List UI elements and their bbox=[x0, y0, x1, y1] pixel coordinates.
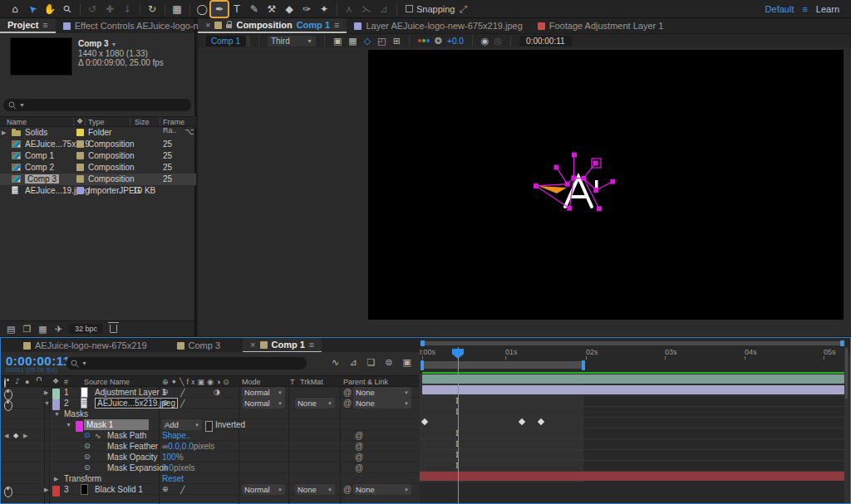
property-pickwhip-icon[interactable]: @ bbox=[355, 452, 363, 462]
property-pickwhip-icon[interactable]: @ bbox=[355, 462, 363, 473]
quality-icon[interactable]: ╱ bbox=[180, 398, 184, 409]
blend-mode-dropdown[interactable]: Normal▼ bbox=[242, 484, 285, 495]
always-preview-icon[interactable]: ▣ bbox=[333, 37, 342, 46]
transparency-grid-icon[interactable]: ▦ bbox=[348, 37, 357, 46]
label-color-chip[interactable] bbox=[76, 152, 84, 159]
stopwatch-icon[interactable]: ⊙ bbox=[84, 430, 91, 441]
take-snapshot-icon[interactable]: ◉ bbox=[481, 37, 489, 46]
property-value[interactable]: 100 % bbox=[162, 452, 184, 462]
bend-pin-tool[interactable]: ⋋ bbox=[358, 2, 375, 17]
layer-duration-bar[interactable] bbox=[422, 385, 844, 394]
label-column-icon[interactable]: ❖ bbox=[52, 378, 59, 385]
close-tab-icon[interactable]: × bbox=[205, 20, 210, 30]
solo-column-icon[interactable]: ● bbox=[25, 378, 29, 386]
snapping-toggle[interactable]: Snapping bbox=[406, 4, 455, 14]
tab-layer-aejuice-logo-new-675x219-jpeg[interactable]: Layer AEJuice-logo-new-675x219.jpeg bbox=[347, 18, 529, 33]
frame-blending-icon[interactable]: ❏ bbox=[366, 358, 375, 367]
label-color-chip[interactable] bbox=[76, 164, 84, 171]
property-pickwhip-icon[interactable]: @ bbox=[355, 441, 363, 452]
timeline-row-adjustment-layer-1[interactable]: ▶1Adjustment Layer 1⊕╱◑Normal▼@None▼ bbox=[1, 387, 419, 398]
orbit-camera-tool[interactable]: ↺ bbox=[84, 2, 101, 17]
work-area-end-handle[interactable] bbox=[582, 360, 585, 370]
collapse-transformations-icon[interactable]: ⊕ bbox=[162, 484, 169, 495]
workspace-menu-icon[interactable]: ≡ bbox=[802, 4, 807, 14]
panel-menu-icon[interactable]: ≡ bbox=[42, 20, 47, 30]
breadcrumb[interactable]: Comp 1 bbox=[205, 36, 246, 46]
property-value[interactable]: 0.0 pixels bbox=[162, 462, 194, 473]
quality-icon[interactable]: ╱ bbox=[180, 387, 184, 398]
search-options-icon[interactable]: ▼ bbox=[81, 360, 87, 366]
timeline-tab-comp-3[interactable]: Comp 3 bbox=[170, 338, 229, 353]
column-size[interactable]: Size bbox=[135, 118, 150, 126]
panel-menu-icon[interactable]: ≡ bbox=[309, 340, 314, 350]
navigator-end-handle[interactable] bbox=[840, 340, 844, 346]
timeline-tab-comp-1[interactable]: ×Comp 1≡ bbox=[243, 338, 322, 353]
label-color-chip[interactable] bbox=[76, 175, 84, 183]
parent-pickwhip-icon[interactable]: @ bbox=[343, 398, 352, 409]
search-options-icon[interactable]: ▼ bbox=[19, 102, 25, 108]
t-column[interactable]: T bbox=[290, 378, 295, 386]
adjustment-layer-icon[interactable]: ◑ bbox=[214, 387, 220, 398]
mask-visibility-icon[interactable]: ◇ bbox=[364, 37, 371, 46]
parent-dropdown[interactable]: None▼ bbox=[353, 387, 411, 398]
column-type[interactable]: Type bbox=[88, 118, 105, 126]
parent-dropdown[interactable]: None▼ bbox=[353, 484, 411, 495]
delete-item-icon[interactable] bbox=[110, 325, 117, 333]
label-color-chip[interactable] bbox=[76, 129, 84, 136]
timeline-row-aejuice-5x219-jpeg[interactable]: ▼2AEJuice...5x219.jpeg⊕╱Normal▼None▼@Non… bbox=[1, 398, 419, 409]
timeline-navigator-bar[interactable] bbox=[422, 341, 842, 345]
timeline-row-transform[interactable]: ▶TransformReset bbox=[1, 473, 419, 484]
layer-switches-columns[interactable]: ⊕✦╲fx▣◉◑⊙ bbox=[162, 378, 232, 386]
interpret-footage-icon[interactable]: ▤ bbox=[7, 325, 15, 334]
layer-duration-bar[interactable] bbox=[422, 374, 844, 384]
snap-options-icon[interactable]: ⤢ bbox=[455, 2, 472, 17]
joint-tool[interactable]: ⋏ bbox=[341, 2, 357, 17]
trkmat-dropdown[interactable]: None▼ bbox=[295, 484, 335, 495]
property-name[interactable]: Mask Opacity bbox=[107, 452, 158, 462]
timeline-graph-area[interactable]: 0:00s01s02s03s04s05s IIIIII bbox=[420, 338, 849, 503]
collapse-transformations-icon[interactable]: ⊕ bbox=[162, 387, 169, 398]
layer-expander-icon[interactable]: ▶ bbox=[44, 484, 48, 495]
work-area-start-handle[interactable] bbox=[421, 360, 424, 370]
bit-depth-button[interactable]: 32 bpc bbox=[70, 324, 102, 334]
pan-camera-tool[interactable]: ✚ bbox=[101, 2, 118, 17]
parent-pickwhip-icon[interactable]: @ bbox=[343, 387, 352, 398]
region-of-interest-icon[interactable]: ⊞ bbox=[393, 37, 401, 46]
new-composition-icon[interactable]: ▦ bbox=[38, 325, 47, 334]
project-row-aejuice-19-jpeg[interactable]: AEJuice...19.jpegImporterJPEG10 KB bbox=[0, 185, 196, 197]
tab-effect-controls-aejuice-logo-new[interactable]: Effect Controls AEJuice-logo-new bbox=[56, 18, 218, 33]
project-row-solids[interactable]: ▶SolidsFolder⌥ bbox=[0, 127, 196, 139]
brush-tool[interactable]: ✎ bbox=[246, 2, 263, 17]
parent-dropdown[interactable]: None▼ bbox=[353, 398, 411, 409]
project-row-comp-1[interactable]: Comp 1Composition25 bbox=[0, 150, 196, 162]
timeline-search-input[interactable]: ▼ bbox=[66, 357, 307, 369]
project-row-aejuice-75x219[interactable]: AEJuice...75x219Composition25 bbox=[0, 139, 196, 150]
project-search-input[interactable]: ▼ bbox=[3, 99, 191, 111]
group-expander-icon[interactable]: ▶ bbox=[54, 473, 58, 484]
mask-mode-dropdown[interactable]: Add▼ bbox=[162, 419, 202, 430]
timeline-row-masks[interactable]: ▼Masks bbox=[1, 409, 419, 419]
shape-tool[interactable]: ◯ bbox=[194, 2, 210, 17]
group-expander-icon[interactable]: ▼ bbox=[54, 409, 60, 419]
next-keyframe-icon[interactable]: ▶ bbox=[23, 430, 27, 441]
parent-pickwhip-icon[interactable]: @ bbox=[343, 484, 352, 495]
selected-item-name[interactable]: Comp 3 ▼ bbox=[78, 39, 116, 48]
tab-project[interactable]: Project≡ bbox=[0, 18, 56, 33]
selection-tool[interactable]: ➤ bbox=[22, 0, 44, 20]
parent-link-column[interactable]: Parent & Link bbox=[343, 378, 388, 386]
visibility-eye-icon[interactable] bbox=[4, 487, 12, 497]
mask-name[interactable]: Mask 1 bbox=[84, 419, 149, 430]
exposure-icon[interactable]: ❂ bbox=[435, 37, 442, 46]
timeline-row-mask-opacity[interactable]: ⊙Mask Opacity100 %@ bbox=[1, 452, 419, 462]
tab-composition[interactable]: ×CompositionComp 1≡ bbox=[198, 18, 347, 33]
property-value[interactable]: ∞ 0.0,0.0 pixels bbox=[162, 441, 214, 452]
label-color-chip[interactable] bbox=[76, 187, 84, 194]
zoom-tool[interactable]: ⚲ bbox=[57, 0, 79, 20]
navigator-start-handle[interactable] bbox=[421, 340, 425, 346]
workspace-selector[interactable]: Default bbox=[765, 4, 794, 14]
channel-settings-icon[interactable] bbox=[418, 39, 430, 42]
reset-link[interactable]: Reset bbox=[162, 473, 184, 484]
layer-expander-icon[interactable]: ▶ bbox=[44, 387, 48, 398]
preview-time-indicator[interactable]: 0:00:00:11 bbox=[519, 36, 572, 46]
trkmat-dropdown[interactable]: None▼ bbox=[295, 398, 335, 409]
